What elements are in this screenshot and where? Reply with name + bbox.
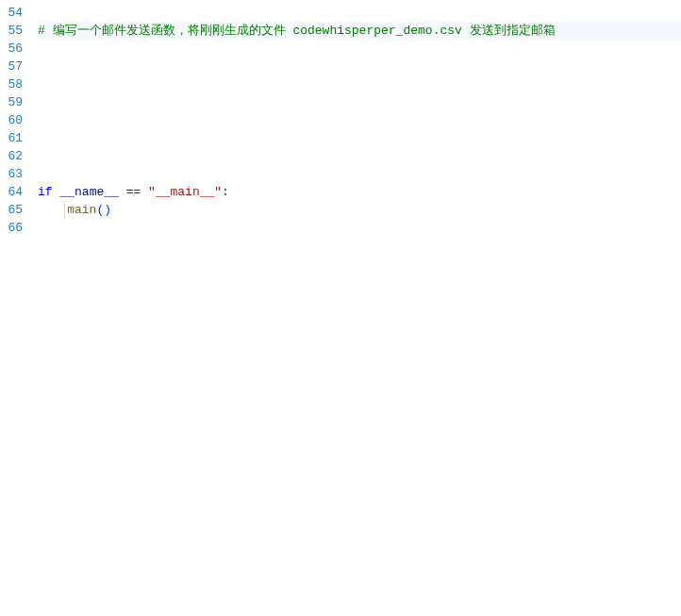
code-token: () bbox=[96, 203, 111, 217]
code-line[interactable] bbox=[38, 40, 681, 58]
line-number: 57 bbox=[4, 58, 23, 75]
code-line[interactable] bbox=[38, 219, 681, 237]
code-token: main bbox=[67, 203, 96, 217]
code-line[interactable] bbox=[38, 129, 681, 147]
code-line[interactable]: main() bbox=[38, 201, 681, 219]
code-editor[interactable]: 54555657585960616263646566 # 编写一个邮件发送函数，… bbox=[0, 0, 681, 616]
code-line-content: if __name__ == "__main__": bbox=[38, 183, 229, 201]
line-number: 62 bbox=[4, 147, 23, 165]
code-token bbox=[38, 203, 67, 217]
line-number: 56 bbox=[4, 40, 23, 58]
line-number: 63 bbox=[4, 165, 23, 183]
code-line[interactable]: # 编写一个邮件发送函数，将刚刚生成的文件 codewhisperper_dem… bbox=[38, 22, 681, 40]
line-number: 59 bbox=[4, 93, 23, 111]
code-token: : bbox=[222, 185, 229, 199]
code-line[interactable]: if __name__ == "__main__": bbox=[38, 183, 681, 201]
line-number: 66 bbox=[4, 219, 23, 237]
code-token: __name__ bbox=[59, 185, 118, 199]
code-token bbox=[119, 185, 126, 199]
line-number: 55 bbox=[4, 22, 23, 40]
line-number: 65 bbox=[4, 201, 23, 219]
code-line[interactable] bbox=[38, 75, 681, 93]
code-content-area[interactable]: # 编写一个邮件发送函数，将刚刚生成的文件 codewhisperper_dem… bbox=[30, 0, 681, 616]
code-line[interactable] bbox=[38, 111, 681, 129]
line-number: 60 bbox=[4, 111, 23, 129]
code-token: # 编写一个邮件发送函数，将刚刚生成的文件 codewhisperper_dem… bbox=[38, 24, 556, 38]
code-token: == bbox=[126, 185, 141, 199]
line-number: 61 bbox=[4, 129, 23, 147]
code-line[interactable] bbox=[38, 165, 681, 183]
code-line[interactable] bbox=[38, 93, 681, 111]
code-token: if bbox=[38, 185, 53, 199]
line-number: 58 bbox=[4, 75, 23, 93]
line-number: 64 bbox=[4, 183, 23, 201]
code-line[interactable] bbox=[38, 4, 681, 22]
code-token bbox=[141, 185, 148, 199]
indent-guide bbox=[64, 201, 65, 219]
code-token: "__main__" bbox=[148, 185, 222, 199]
code-line-content: # 编写一个邮件发送函数，将刚刚生成的文件 codewhisperper_dem… bbox=[38, 22, 556, 40]
line-number-gutter: 54555657585960616263646566 bbox=[0, 0, 30, 616]
code-line-content: main() bbox=[38, 201, 111, 219]
code-line[interactable] bbox=[38, 58, 681, 75]
line-number: 54 bbox=[4, 4, 23, 22]
code-line[interactable] bbox=[38, 147, 681, 165]
